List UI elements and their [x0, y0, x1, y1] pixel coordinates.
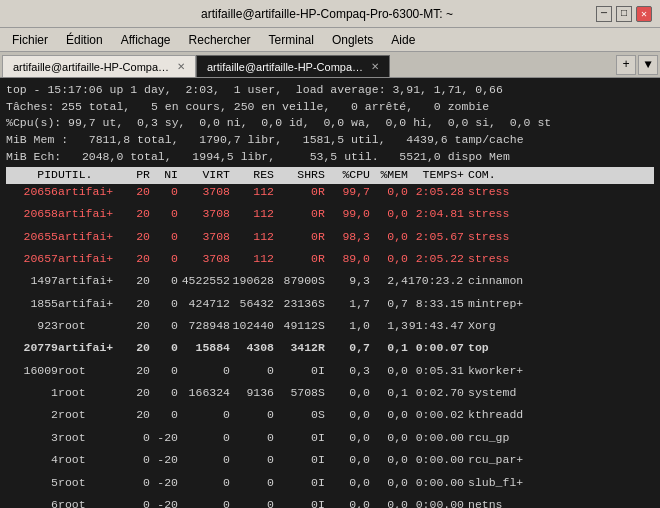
menubar-item-fichier[interactable]: Fichier [4, 31, 56, 49]
cell-util.: root [58, 385, 122, 402]
tab-close-icon[interactable]: ✕ [177, 61, 185, 72]
menubar-item-édition[interactable]: Édition [58, 31, 111, 49]
cell-virt: 0 [178, 363, 230, 380]
close-button[interactable]: ✕ [636, 6, 652, 22]
cell-s: S [318, 385, 332, 402]
cell-com.: systemd [464, 385, 544, 402]
cell-%mem: 0,0 [370, 363, 408, 380]
cell-pr: 20 [122, 273, 150, 290]
cell-virt: 15884 [178, 340, 230, 357]
cell-%cpu: 0,0 [332, 497, 370, 508]
cell-shr: 0 [274, 452, 318, 469]
cell-shr: 87900 [274, 273, 318, 290]
cell-temps+: 170:23.26 [408, 273, 464, 290]
cell-util.: root [58, 430, 122, 447]
col-header-temps+: TEMPS+ [408, 167, 464, 184]
table-row: 20656artifai+20037081120R99,70,02:05.28s… [6, 184, 654, 206]
cell-shr: 0 [274, 251, 318, 268]
cell-s: I [318, 430, 332, 447]
cell-s: S [318, 296, 332, 313]
cell-s: I [318, 363, 332, 380]
cell-pid: 3 [6, 430, 58, 447]
table-row: 20658artifai+20037081120R99,00,02:04.81s… [6, 206, 654, 228]
tab-dropdown-button[interactable]: ▼ [638, 55, 658, 75]
tab-close-icon[interactable]: ✕ [371, 61, 379, 72]
info-line: MiB Mem : 7811,8 total, 1790,7 libr, 158… [6, 132, 654, 149]
cell-temps+: 0:00.00 [408, 475, 464, 492]
cell-util.: root [58, 475, 122, 492]
info-line: top - 15:17:06 up 1 day, 2:03, 1 user, l… [6, 82, 654, 99]
cell-util.: root [58, 407, 122, 424]
cell-util.: root [58, 497, 122, 508]
cell-shr: 23136 [274, 296, 318, 313]
cell-res: 190628 [230, 273, 274, 290]
maximize-button[interactable]: □ [616, 6, 632, 22]
cell-shr: 0 [274, 206, 318, 223]
col-header-virt: VIRT [178, 167, 230, 184]
cell-ni: -20 [150, 430, 178, 447]
cell-pid: 16009 [6, 363, 58, 380]
tab-1[interactable]: artifaille@artifaille-HP-Compaq-Pro-63..… [196, 55, 390, 77]
cell-res: 4308 [230, 340, 274, 357]
cell-%mem: 0,0 [370, 229, 408, 246]
cell-%cpu: 0,0 [332, 452, 370, 469]
col-header-s: S [318, 167, 332, 184]
cell-util.: artifai+ [58, 273, 122, 290]
cell-ni: 0 [150, 363, 178, 380]
table-row: 20779artifai+2001588443083412R0,70,10:00… [6, 340, 654, 362]
col-header-pr: PR [122, 167, 150, 184]
cell-s: R [318, 229, 332, 246]
cell-%mem: 1,3 [370, 318, 408, 335]
new-tab-button[interactable]: + [616, 55, 636, 75]
table-row: 6root0-20000I0,00,00:00.00netns [6, 497, 654, 508]
cell-res: 112 [230, 229, 274, 246]
cell-ni: -20 [150, 475, 178, 492]
cell-temps+: 0:00.02 [408, 407, 464, 424]
cell-shr: 5708 [274, 385, 318, 402]
cell-virt: 3708 [178, 251, 230, 268]
cell-temps+: 0:02.70 [408, 385, 464, 402]
cell-%cpu: 0,0 [332, 385, 370, 402]
minimize-button[interactable]: ─ [596, 6, 612, 22]
tab-0[interactable]: artifaille@artifaille-HP-Compaq-Pro-63..… [2, 55, 196, 77]
cell-com.: stress [464, 184, 544, 201]
cell-pr: 20 [122, 385, 150, 402]
cell-res: 0 [230, 497, 274, 508]
cell-util.: artifai+ [58, 184, 122, 201]
cell-pid: 5 [6, 475, 58, 492]
cell-pr: 0 [122, 452, 150, 469]
cell-temps+: 0:00.00 [408, 497, 464, 508]
tab-label: artifaille@artifaille-HP-Compaq-Pro-63..… [207, 61, 367, 73]
cell-shr: 0 [274, 184, 318, 201]
cell-s: R [318, 251, 332, 268]
cell-%mem: 0,0 [370, 184, 408, 201]
cell-shr: 0 [274, 430, 318, 447]
menubar-item-onglets[interactable]: Onglets [324, 31, 381, 49]
cell-util.: artifai+ [58, 206, 122, 223]
cell-util.: root [58, 363, 122, 380]
cell-util.: artifai+ [58, 296, 122, 313]
cell-pr: 20 [122, 407, 150, 424]
menubar-item-aide[interactable]: Aide [383, 31, 423, 49]
cell-virt: 0 [178, 475, 230, 492]
cell-s: R [318, 206, 332, 223]
cell-pid: 1497 [6, 273, 58, 290]
cell-temps+: 0:00.00 [408, 452, 464, 469]
menubar-item-terminal[interactable]: Terminal [261, 31, 322, 49]
table-row: 20655artifai+20037081120R98,30,02:05.67s… [6, 229, 654, 251]
cell-shr: 0 [274, 229, 318, 246]
cell-s: S [318, 273, 332, 290]
table-row: 20657artifai+20037081120R89,00,02:05.22s… [6, 251, 654, 273]
table-row: 2root200000S0,00,00:00.02kthreadd [6, 407, 654, 429]
cell-res: 0 [230, 363, 274, 380]
cell-ni: 0 [150, 229, 178, 246]
cell-pid: 20658 [6, 206, 58, 223]
table-row: 3root0-20000I0,00,00:00.00rcu_gp [6, 430, 654, 452]
cell-com.: stress [464, 229, 544, 246]
menubar-item-affichage[interactable]: Affichage [113, 31, 179, 49]
cell-virt: 424712 [178, 296, 230, 313]
cell-%cpu: 0,0 [332, 407, 370, 424]
cell-pid: 20657 [6, 251, 58, 268]
col-header-shr: SHR [274, 167, 318, 184]
menubar-item-rechercher[interactable]: Rechercher [181, 31, 259, 49]
